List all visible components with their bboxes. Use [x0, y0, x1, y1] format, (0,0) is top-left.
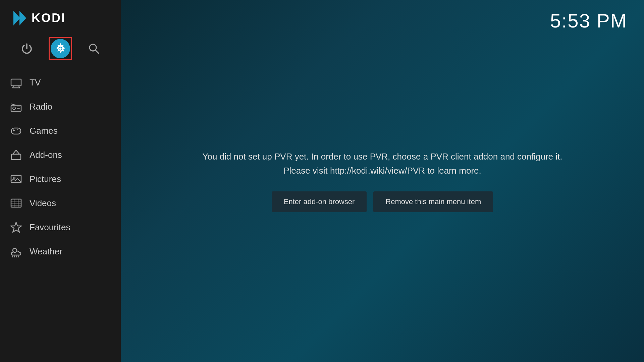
kodi-logo-icon	[10, 9, 28, 27]
svg-line-35	[12, 256, 13, 257]
sidebar-item-weather[interactable]: Weather	[0, 239, 121, 263]
svg-marker-0	[13, 11, 20, 25]
remove-menu-item-button[interactable]: Remove this main menu item	[373, 191, 493, 212]
sidebar-item-radio[interactable]: Radio	[0, 95, 121, 119]
svg-rect-8	[11, 79, 21, 86]
sidebar-item-games[interactable]: Games	[0, 119, 121, 143]
tv-icon	[10, 76, 22, 88]
action-buttons-group: Enter add-on browser Remove this main me…	[272, 191, 493, 212]
power-icon	[21, 43, 33, 55]
settings-circle	[51, 39, 70, 58]
pvr-message: You did not set up PVR yet. In order to …	[203, 150, 562, 178]
svg-point-34	[13, 248, 17, 252]
clock-display: 5:53 PM	[550, 9, 627, 32]
sidebar: KODI	[0, 0, 121, 362]
pvr-message-line1: You did not set up PVR yet. In order to …	[203, 152, 562, 162]
svg-rect-25	[11, 175, 21, 183]
svg-line-37	[16, 256, 17, 257]
top-icons-bar	[0, 34, 121, 67]
sidebar-item-addons[interactable]: Add-ons	[0, 143, 121, 167]
svg-line-36	[14, 256, 15, 257]
navigation-menu: TV Radio	[0, 67, 121, 362]
svg-line-38	[18, 256, 19, 257]
settings-button[interactable]	[49, 37, 72, 60]
main-content: 5:53 PM You did not set up PVR yet. In o…	[121, 0, 644, 362]
svg-point-21	[19, 131, 20, 132]
gear-icon	[55, 43, 66, 54]
radio-icon	[10, 101, 22, 113]
power-button[interactable]	[15, 37, 39, 60]
sidebar-item-favourites[interactable]: Favourites	[0, 215, 121, 239]
svg-point-13	[13, 107, 15, 110]
sidebar-item-pictures[interactable]: Pictures	[0, 167, 121, 191]
pvr-message-line2: Please visit http://kodi.wiki/view/PVR t…	[283, 166, 481, 176]
sidebar-item-videos[interactable]: Videos	[0, 191, 121, 215]
app-name: KODI	[32, 11, 66, 25]
svg-marker-1	[19, 11, 26, 25]
games-icon	[10, 125, 22, 137]
svg-marker-33	[11, 222, 21, 232]
pictures-icon	[10, 173, 22, 185]
svg-point-20	[17, 129, 18, 130]
svg-line-7	[96, 50, 99, 53]
search-button[interactable]	[82, 37, 106, 60]
addons-icon	[10, 149, 22, 161]
svg-rect-22	[11, 154, 21, 160]
videos-icon	[10, 197, 22, 209]
favourites-icon	[10, 221, 22, 233]
logo-area: KODI	[0, 0, 121, 34]
pvr-content-area: You did not set up PVR yet. In order to …	[121, 0, 644, 362]
sidebar-item-tv[interactable]: TV	[0, 70, 121, 95]
enter-addon-browser-button[interactable]: Enter add-on browser	[272, 191, 367, 212]
search-icon	[88, 43, 100, 55]
weather-icon	[10, 245, 22, 257]
svg-point-5	[59, 48, 62, 50]
